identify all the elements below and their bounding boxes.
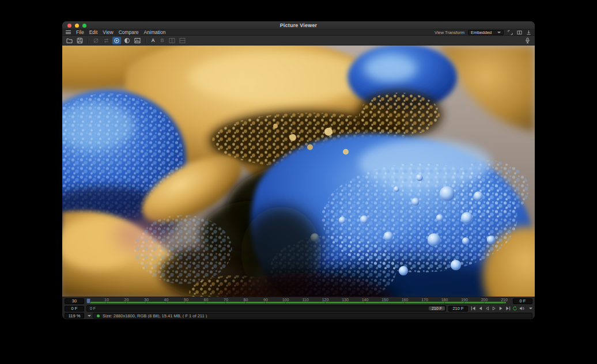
timeline-transport-row: 0 F 0 F 210 F 210 F	[62, 305, 535, 312]
toolbar-separator	[88, 38, 88, 43]
microphone-icon[interactable]	[523, 37, 532, 44]
preview-range-bar[interactable]: 0 F 210 F	[86, 305, 446, 312]
use-as-b-button[interactable]: B	[158, 37, 166, 44]
download-icon[interactable]	[526, 30, 531, 35]
view-transform-select[interactable]: Embedded	[468, 30, 504, 35]
zoom-dropdown-button[interactable]	[86, 313, 91, 318]
play-forward-button[interactable]	[491, 305, 497, 312]
compare-swap-icon[interactable]	[102, 37, 111, 44]
split-vertical-icon[interactable]	[168, 37, 176, 44]
play-backward-button[interactable]	[484, 305, 490, 312]
status-row: 119 % Size: 2880x1800, RGB (8 Bit), 15.4…	[62, 312, 535, 319]
range-start-field[interactable]: 0 F	[65, 306, 84, 312]
expand-icon[interactable]	[507, 30, 513, 35]
render-artwork	[62, 46, 535, 297]
view-transform-label: View Transform	[434, 30, 464, 35]
timeline-ruler[interactable]: 1020304050607080901001101201301401501601…	[86, 297, 511, 305]
window-title: Picture Viewer	[62, 22, 535, 28]
fps-field[interactable]: 30	[65, 298, 84, 304]
range-start-label: 0 F	[87, 306, 96, 310]
window-titlebar[interactable]: Picture Viewer	[62, 21, 535, 29]
contrast-icon[interactable]	[123, 37, 131, 44]
playhead-handle[interactable]	[86, 298, 90, 304]
toolbar-separator	[145, 38, 146, 43]
save-icon[interactable]	[75, 37, 84, 44]
volume-button[interactable]	[519, 305, 525, 312]
goto-start-button[interactable]	[470, 305, 477, 312]
chevron-down-icon	[497, 32, 501, 33]
loop-mode-button[interactable]	[512, 305, 518, 312]
menubar: File Edit View Compare Animation View Tr…	[62, 29, 535, 36]
menu-compare[interactable]: Compare	[119, 29, 139, 35]
compare-ab-icon[interactable]	[112, 37, 121, 44]
status-bar: Size: 2880x1800, RGB (8 Bit), 15.41 MB, …	[93, 313, 532, 318]
range-end-handle[interactable]: 210 F	[429, 306, 445, 310]
picture-viewer-window: Picture Viewer File Edit View Compare An…	[62, 21, 535, 319]
current-frame-field[interactable]: 0 F	[513, 298, 532, 304]
menu-animation[interactable]: Animation	[144, 29, 166, 35]
traffic-lights	[67, 24, 86, 28]
next-frame-button[interactable]	[498, 305, 504, 312]
split-horizontal-icon[interactable]	[178, 37, 187, 44]
render-image	[62, 46, 535, 297]
zoom-level-field[interactable]: 119 %	[65, 313, 84, 318]
histogram-icon[interactable]	[133, 37, 142, 44]
open-folder-icon[interactable]	[65, 37, 74, 44]
timeline-range-bar[interactable]	[87, 302, 506, 304]
dual-view-icon[interactable]	[516, 30, 522, 35]
minimize-button[interactable]	[75, 24, 79, 28]
close-button[interactable]	[67, 24, 71, 28]
transport-controls	[470, 305, 525, 312]
use-as-a-button[interactable]: A	[149, 37, 157, 44]
menu-file[interactable]: File	[76, 29, 84, 35]
transport-flyout-button[interactable]	[527, 308, 532, 309]
menu-view[interactable]: View	[103, 29, 113, 35]
hamburger-icon[interactable]	[66, 31, 71, 34]
range-end-field[interactable]: 210 F	[448, 306, 468, 312]
status-indicator-icon	[97, 314, 100, 317]
timeline-ruler-row: 30 1020304050607080901001101201301401501…	[62, 297, 535, 305]
menu-edit[interactable]: Edit	[89, 29, 98, 35]
zoom-button[interactable]	[82, 24, 86, 28]
toolbar: A B	[62, 36, 535, 46]
navigate-icon[interactable]	[92, 37, 100, 44]
goto-end-button[interactable]	[505, 305, 511, 312]
status-info-text: Size: 2880x1800, RGB (8 Bit), 15.41 MB, …	[103, 313, 207, 318]
previous-frame-button[interactable]	[477, 305, 483, 312]
view-transform-value: Embedded	[471, 30, 492, 35]
